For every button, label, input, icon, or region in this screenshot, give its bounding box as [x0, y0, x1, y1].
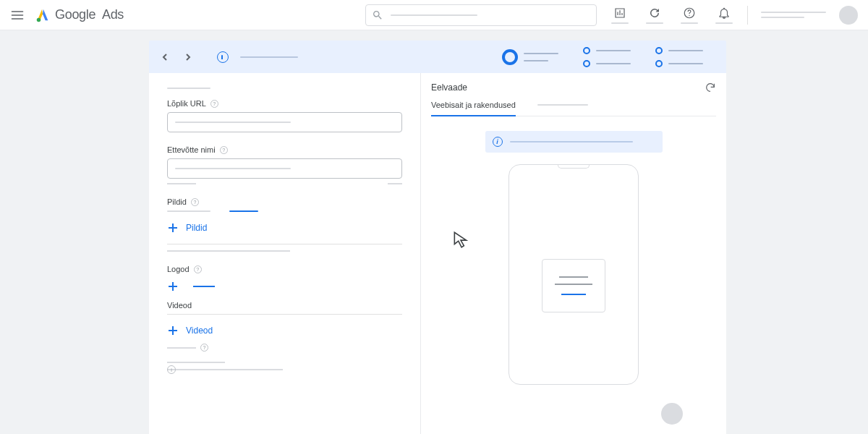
search-placeholder: [391, 14, 477, 16]
step-active-icon: [502, 49, 518, 65]
content-card: Lõplik URL ? Ettevõtte nimi ? Pildid ?: [149, 73, 726, 434]
add-logos-button[interactable]: [167, 281, 402, 292]
images-hint-placeholder: [167, 210, 210, 212]
step-circle-icon: [655, 60, 663, 67]
cursor-icon: [451, 230, 470, 249]
plus-icon: [167, 222, 179, 234]
help-icon[interactable]: ?: [210, 100, 218, 108]
tab-website-apps[interactable]: Veebisait ja rakendused: [431, 101, 516, 116]
step-3[interactable]: [655, 47, 703, 67]
step-circle-icon: [583, 60, 590, 67]
step-circle-icon: [583, 47, 590, 54]
stepper-bar: [149, 41, 726, 73]
input-placeholder: [175, 122, 291, 123]
footer-placeholders: i: [167, 362, 402, 370]
form-column: Lõplik URL ? Ettevõtte nimi ? Pildid ?: [149, 73, 420, 434]
header-separator: [747, 6, 748, 25]
footnote-row: ?: [167, 344, 402, 352]
logos-label: Logod: [167, 265, 190, 273]
plus-icon: [167, 281, 179, 292]
ads-logo-icon: [35, 7, 51, 23]
page-body: Lõplik URL ? Ettevõtte nimi ? Pildid ?: [0, 30, 868, 434]
svg-point-0: [37, 17, 41, 21]
divider: [167, 314, 402, 315]
preview-refresh-button[interactable]: [705, 82, 716, 93]
business-name-label: Ettevõtte nimi: [167, 145, 216, 154]
help-icon[interactable]: ?: [191, 198, 199, 206]
videos-label: Videod: [167, 301, 192, 310]
preview-ad-card: [542, 259, 605, 312]
search-input[interactable]: [365, 4, 597, 26]
step-forward-button[interactable]: [181, 50, 195, 64]
brand-text: Google Ads: [55, 7, 124, 22]
final-url-input[interactable]: [167, 112, 402, 132]
menu-icon[interactable]: [10, 8, 25, 22]
input-placeholder: [175, 168, 291, 169]
avatar[interactable]: [839, 6, 858, 25]
preview-info-banner: [485, 131, 663, 153]
refresh-icon[interactable]: [646, 7, 663, 24]
preview-title: Eelvaade: [431, 82, 467, 93]
add-videos-button[interactable]: Videod: [167, 325, 402, 336]
search-icon: [372, 9, 383, 21]
reports-icon[interactable]: [611, 7, 629, 24]
step-2[interactable]: [583, 47, 631, 67]
plus-icon: [167, 325, 179, 336]
phone-preview: [509, 164, 639, 385]
business-name-input[interactable]: [167, 158, 402, 179]
header-tools: [611, 7, 733, 24]
help-icon[interactable]: ?: [220, 146, 228, 154]
account-label[interactable]: [761, 12, 826, 18]
images-label: Pildid: [167, 197, 187, 206]
tab-placeholder[interactable]: [537, 104, 588, 106]
app-header: Google Ads: [0, 0, 868, 30]
info-icon[interactable]: [217, 51, 229, 63]
step-back-button[interactable]: [158, 50, 172, 64]
add-images-button[interactable]: Pildid: [167, 222, 402, 234]
notifications-icon[interactable]: [715, 7, 733, 24]
info-icon: [493, 137, 503, 147]
help-icon[interactable]: ?: [194, 265, 202, 273]
floating-action-button[interactable]: [661, 403, 683, 425]
help-icon[interactable]: ?: [200, 344, 208, 352]
divider: [167, 244, 402, 244]
step-circle-icon: [655, 47, 663, 54]
preview-tabs: Veebisait ja rakendused: [431, 101, 716, 116]
stepper-steps: [502, 47, 703, 67]
images-link-placeholder[interactable]: [229, 210, 258, 212]
section-subtitle-placeholder: [167, 88, 210, 89]
help-icon[interactable]: [681, 7, 698, 24]
banner-text-placeholder: [510, 141, 633, 142]
phone-notch: [558, 165, 590, 169]
final-url-label: Lõplik URL: [167, 99, 206, 108]
step-current[interactable]: [502, 49, 558, 65]
stepper-title-placeholder: [240, 56, 298, 58]
preview-column: Eelvaade Veebisait ja rakendused: [420, 73, 726, 434]
brand-logo[interactable]: Google Ads: [35, 7, 124, 23]
